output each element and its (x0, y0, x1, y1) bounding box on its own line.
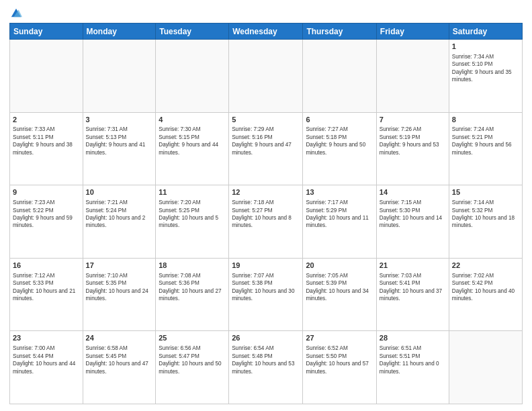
day-number: 3 (86, 115, 153, 125)
calendar-cell: 20Sunrise: 7:05 AM Sunset: 5:39 PM Dayli… (303, 258, 376, 331)
day-number: 23 (13, 333, 80, 343)
calendar-cell: 9Sunrise: 7:23 AM Sunset: 5:22 PM Daylig… (10, 185, 83, 259)
day-info: Sunrise: 7:07 AM Sunset: 5:38 PM Dayligh… (232, 272, 300, 303)
calendar-week-1: 1Sunrise: 7:34 AM Sunset: 5:10 PM Daylig… (10, 40, 523, 113)
day-number: 6 (306, 115, 373, 125)
day-info: Sunrise: 7:24 AM Sunset: 5:21 PM Dayligh… (452, 126, 519, 156)
day-info: Sunrise: 7:03 AM Sunset: 5:41 PM Dayligh… (380, 272, 446, 303)
weekday-friday: Friday (376, 24, 449, 40)
day-info: Sunrise: 7:00 AM Sunset: 5:44 PM Dayligh… (13, 345, 80, 375)
calendar-cell: 14Sunrise: 7:15 AM Sunset: 5:30 PM Dayli… (376, 185, 449, 259)
day-number: 2 (13, 115, 80, 125)
weekday-tuesday: Tuesday (156, 24, 229, 40)
calendar-cell: 6Sunrise: 7:27 AM Sunset: 5:18 PM Daylig… (303, 112, 376, 185)
calendar-week-2: 2Sunrise: 7:33 AM Sunset: 5:11 PM Daylig… (10, 112, 523, 185)
calendar-week-5: 23Sunrise: 7:00 AM Sunset: 5:44 PM Dayli… (10, 331, 523, 404)
day-info: Sunrise: 6:56 AM Sunset: 5:47 PM Dayligh… (159, 345, 226, 375)
day-info: Sunrise: 7:31 AM Sunset: 5:13 PM Dayligh… (86, 126, 153, 156)
day-info: Sunrise: 7:12 AM Sunset: 5:33 PM Dayligh… (13, 272, 80, 303)
calendar-cell: 25Sunrise: 6:56 AM Sunset: 5:47 PM Dayli… (156, 331, 229, 404)
calendar-cell: 16Sunrise: 7:12 AM Sunset: 5:33 PM Dayli… (10, 258, 83, 331)
calendar-cell: 23Sunrise: 7:00 AM Sunset: 5:44 PM Dayli… (10, 331, 83, 404)
calendar-week-4: 16Sunrise: 7:12 AM Sunset: 5:33 PM Dayli… (10, 258, 523, 331)
weekday-wednesday: Wednesday (229, 24, 303, 40)
day-info: Sunrise: 7:21 AM Sunset: 5:24 PM Dayligh… (86, 199, 153, 230)
day-number: 10 (86, 187, 153, 197)
day-info: Sunrise: 7:08 AM Sunset: 5:36 PM Dayligh… (159, 272, 226, 303)
calendar-cell: 21Sunrise: 7:03 AM Sunset: 5:41 PM Dayli… (376, 258, 449, 331)
day-number: 18 (159, 261, 226, 271)
calendar-week-3: 9Sunrise: 7:23 AM Sunset: 5:22 PM Daylig… (10, 185, 523, 259)
calendar-cell: 10Sunrise: 7:21 AM Sunset: 5:24 PM Dayli… (83, 185, 156, 259)
day-info: Sunrise: 7:33 AM Sunset: 5:11 PM Dayligh… (13, 126, 80, 156)
calendar-cell (449, 331, 522, 404)
day-info: Sunrise: 7:17 AM Sunset: 5:29 PM Dayligh… (306, 199, 373, 230)
calendar-cell: 24Sunrise: 6:58 AM Sunset: 5:45 PM Dayli… (83, 331, 156, 404)
day-number: 25 (159, 333, 226, 343)
day-info: Sunrise: 7:14 AM Sunset: 5:32 PM Dayligh… (452, 199, 519, 230)
day-number: 11 (159, 187, 226, 197)
day-number: 5 (232, 115, 300, 125)
day-number: 4 (159, 115, 226, 125)
calendar-cell: 1Sunrise: 7:34 AM Sunset: 5:10 PM Daylig… (449, 40, 522, 113)
calendar-cell (83, 40, 156, 113)
calendar-cell: 15Sunrise: 7:14 AM Sunset: 5:32 PM Dayli… (449, 185, 522, 259)
day-info: Sunrise: 7:27 AM Sunset: 5:18 PM Dayligh… (306, 126, 373, 156)
calendar-cell: 7Sunrise: 7:26 AM Sunset: 5:19 PM Daylig… (376, 112, 449, 185)
calendar-cell (10, 40, 83, 113)
calendar-cell: 2Sunrise: 7:33 AM Sunset: 5:11 PM Daylig… (10, 112, 83, 185)
day-number: 16 (13, 261, 80, 271)
day-info: Sunrise: 7:05 AM Sunset: 5:39 PM Dayligh… (306, 272, 373, 303)
calendar-cell: 17Sunrise: 7:10 AM Sunset: 5:35 PM Dayli… (83, 258, 156, 331)
day-number: 8 (452, 115, 519, 125)
calendar-cell: 3Sunrise: 7:31 AM Sunset: 5:13 PM Daylig… (83, 112, 156, 185)
day-number: 27 (306, 333, 373, 343)
calendar-cell (229, 40, 303, 113)
calendar-cell: 12Sunrise: 7:18 AM Sunset: 5:27 PM Dayli… (229, 185, 303, 259)
day-number: 24 (86, 333, 153, 343)
calendar-cell: 18Sunrise: 7:08 AM Sunset: 5:36 PM Dayli… (156, 258, 229, 331)
day-number: 19 (232, 261, 300, 271)
calendar-cell (303, 40, 376, 113)
logo (9, 7, 23, 19)
calendar-cell: 22Sunrise: 7:02 AM Sunset: 5:42 PM Dayli… (449, 258, 522, 331)
day-info: Sunrise: 7:18 AM Sunset: 5:27 PM Dayligh… (232, 199, 300, 230)
day-info: Sunrise: 7:23 AM Sunset: 5:22 PM Dayligh… (13, 199, 80, 230)
day-number: 12 (232, 187, 300, 197)
day-number: 15 (452, 187, 519, 197)
calendar-cell: 28Sunrise: 6:51 AM Sunset: 5:51 PM Dayli… (376, 331, 449, 404)
weekday-thursday: Thursday (303, 24, 376, 40)
calendar-cell (156, 40, 229, 113)
weekday-monday: Monday (83, 24, 156, 40)
day-info: Sunrise: 6:51 AM Sunset: 5:51 PM Dayligh… (380, 345, 446, 375)
day-number: 26 (232, 333, 300, 343)
logo-icon (10, 7, 22, 19)
day-number: 9 (13, 187, 80, 197)
day-number: 21 (380, 261, 446, 271)
day-number: 7 (380, 115, 446, 125)
day-info: Sunrise: 6:58 AM Sunset: 5:45 PM Dayligh… (86, 345, 153, 375)
calendar-cell: 19Sunrise: 7:07 AM Sunset: 5:38 PM Dayli… (229, 258, 303, 331)
day-number: 17 (86, 261, 153, 271)
day-number: 20 (306, 261, 373, 271)
weekday-sunday: Sunday (10, 24, 83, 40)
day-number: 28 (380, 333, 446, 343)
day-number: 22 (452, 261, 519, 271)
day-info: Sunrise: 7:15 AM Sunset: 5:30 PM Dayligh… (380, 199, 446, 230)
day-number: 13 (306, 187, 373, 197)
day-number: 14 (380, 187, 446, 197)
calendar-cell: 26Sunrise: 6:54 AM Sunset: 5:48 PM Dayli… (229, 331, 303, 404)
header (9, 7, 523, 19)
calendar-cell: 5Sunrise: 7:29 AM Sunset: 5:16 PM Daylig… (229, 112, 303, 185)
day-number: 1 (452, 42, 519, 52)
day-info: Sunrise: 7:34 AM Sunset: 5:10 PM Dayligh… (452, 53, 519, 84)
calendar-cell: 13Sunrise: 7:17 AM Sunset: 5:29 PM Dayli… (303, 185, 376, 259)
day-info: Sunrise: 7:29 AM Sunset: 5:16 PM Dayligh… (232, 126, 300, 156)
day-info: Sunrise: 7:20 AM Sunset: 5:25 PM Dayligh… (159, 199, 226, 230)
day-info: Sunrise: 6:54 AM Sunset: 5:48 PM Dayligh… (232, 345, 300, 375)
day-info: Sunrise: 7:30 AM Sunset: 5:15 PM Dayligh… (159, 126, 226, 156)
day-info: Sunrise: 7:10 AM Sunset: 5:35 PM Dayligh… (86, 272, 153, 303)
day-info: Sunrise: 7:02 AM Sunset: 5:42 PM Dayligh… (452, 272, 519, 303)
calendar-table: SundayMondayTuesdayWednesdayThursdayFrid… (9, 23, 523, 404)
calendar-cell: 27Sunrise: 6:52 AM Sunset: 5:50 PM Dayli… (303, 331, 376, 404)
